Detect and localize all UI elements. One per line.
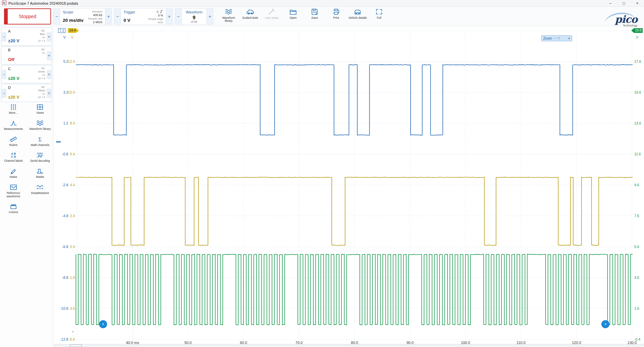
channel-c-increase-button[interactable]: +: [47, 70, 51, 79]
sidebar-tool-masks[interactable]: Masks: [28, 167, 52, 179]
trigger-decrease-button[interactable]: −: [114, 8, 121, 24]
channel-meta-line: DC: [38, 29, 45, 33]
channel-d-decrease-button[interactable]: −: [2, 89, 6, 98]
channel-meta-line: x1: [38, 73, 45, 77]
pan-left-button[interactable]: ‹: [99, 320, 107, 328]
channel-range[interactable]: ±20 V: [8, 95, 19, 100]
waveform-view[interactable]: 40.0 ms50.060.070.080.090.0100.0110.0120…: [53, 26, 644, 347]
trigger-percent[interactable]: 0 %: [148, 14, 163, 17]
sidebar-tool-actions[interactable]: Actions: [1, 203, 26, 214]
zoom-overlay-toolbar: Zoom – □ ×: [541, 35, 572, 41]
horizontal-scrollbar[interactable]: [53, 344, 644, 347]
zoom-close-icon[interactable]: ×: [568, 36, 570, 40]
channel-a-axis-tag[interactable]: 7.2: [58, 28, 65, 33]
window-title: PicoScope 7 Automotive 20240918.psdata: [8, 1, 78, 5]
toolbar-button-vehicle-details[interactable]: Vehicle details: [347, 7, 368, 26]
measurements-icon: [10, 119, 17, 127]
sidebar-tool-deepmeasure[interactable]: DeepMeasure: [28, 184, 52, 198]
serial-decoding-icon: 1101: [36, 151, 44, 159]
waveform-label: Waveform: [182, 10, 206, 14]
sidebar-tool-notes[interactable]: Notes: [1, 167, 26, 179]
zoom-window-icon[interactable]: □: [558, 37, 560, 40]
waveform-next-button[interactable]: +: [206, 8, 213, 24]
trigger-mode[interactable]: Simple edge: [148, 17, 163, 21]
channel-a-trace: [76, 64, 633, 135]
channel-meta-line: Green: [38, 70, 45, 73]
pan-right-button[interactable]: ›: [601, 320, 609, 328]
channel-c-decrease-button[interactable]: −: [2, 70, 6, 79]
channel-d-panel[interactable]: −D±20 VDCYellowx112 + 4+: [1, 84, 52, 102]
sidebar-tool-channel-labels[interactable]: A BC DChannel labels: [1, 151, 26, 163]
channel-range[interactable]: ±20 V: [8, 76, 19, 81]
toolbar-button-full[interactable]: Full: [368, 7, 390, 26]
channel-range[interactable]: Off: [8, 57, 14, 62]
channel-range[interactable]: ±20 V: [8, 38, 19, 43]
channel-meta: DCBluex112 + 3: [38, 29, 45, 43]
masks-icon: [36, 167, 44, 175]
stopped-button[interactable]: Stopped: [4, 8, 51, 24]
waveform-previous-button[interactable]: −: [175, 8, 182, 24]
y-axis-tick-label: -8.8: [62, 276, 68, 280]
trigger-label: Trigger: [124, 10, 135, 14]
toolbar-button-print[interactable]: Print: [325, 7, 347, 26]
zoom-minimize-icon[interactable]: –: [554, 37, 556, 40]
sample-rate-value[interactable]: 2 MS/s: [88, 20, 102, 24]
picoscope-app: PicoScope 7 Automotive 20240918.psdata –…: [0, 0, 644, 347]
channel-c-panel[interactable]: −C±20 VDCGreenx112 + 4+: [1, 65, 52, 83]
y-axis-tick-label: 2.4: [70, 214, 75, 218]
sidebar-tool-reference-waveforms[interactable]: Reference waveforms: [1, 184, 26, 198]
waveform-number[interactable]: 9: [182, 14, 206, 20]
waveform-plot[interactable]: 40.0 ms50.060.070.080.090.0100.0110.0120…: [53, 26, 644, 347]
trigger-level-value[interactable]: 0 V: [124, 18, 135, 23]
y-axis-tick-label: 9.6: [634, 183, 639, 187]
trigger-auto-mode[interactable]: Auto: [148, 21, 163, 24]
channel-d-increase-button[interactable]: +: [47, 89, 51, 98]
y-axis-tick-label: 12.4: [68, 59, 75, 63]
waves-icon: [225, 7, 233, 15]
sidebar-tool-waveform-library[interactable]: Waveform library: [28, 119, 52, 131]
titlebar: PicoScope 7 Automotive 20240918.psdata –…: [0, 0, 644, 7]
sidebar-tool-views[interactable]: Views: [28, 103, 52, 115]
app-icon: [2, 1, 6, 6]
sidebar-tool-math-channels[interactable]: ΣMath channels: [28, 136, 52, 147]
scope-increase-button[interactable]: +: [105, 8, 112, 24]
sidebar-tool-rulers[interactable]: Rulers: [1, 136, 26, 147]
channel-a-panel[interactable]: −A±20 VDCBluex112 + 3+: [1, 28, 52, 46]
toolbar-button-guided-tests[interactable]: Guided tests: [239, 7, 261, 26]
rulers-icon: [10, 136, 17, 143]
notes-icon: [10, 167, 17, 175]
close-icon[interactable]: ×: [631, 0, 644, 7]
sidebar-tool-measurements[interactable]: Measurements: [1, 119, 26, 131]
samples-value[interactable]: 400 kS: [88, 13, 102, 17]
svg-text:C D: C D: [11, 155, 16, 158]
y-axis-tick-label: 13.6: [634, 121, 641, 125]
y-axis-tick-label: 11.6: [634, 152, 641, 156]
save-icon: [311, 7, 319, 15]
channel-b-panel[interactable]: BOffDCx1+: [1, 46, 52, 64]
minimize-icon[interactable]: –: [604, 0, 617, 7]
trigger-source-channel[interactable]: C: [157, 10, 159, 14]
channel-panels: −A±20 VDCBluex112 + 3+BOffDCx1+−C±20 VDC…: [0, 28, 53, 103]
samples-label: Samples: [88, 10, 102, 13]
trigger-increase-button[interactable]: +: [166, 8, 173, 24]
scope-timebase-value[interactable]: 20 ms/div: [63, 18, 84, 23]
window-controls: – □ ×: [604, 0, 644, 7]
y-axis-unit: V: [63, 35, 65, 39]
scope-decrease-button[interactable]: −: [53, 8, 60, 24]
y-axis-tick-label: 0.4: [70, 245, 75, 249]
channel-a-increase-button[interactable]: +: [47, 32, 51, 42]
maximize-icon[interactable]: □: [617, 0, 631, 7]
toolbar-button-open[interactable]: Open: [282, 7, 304, 26]
y-axis-tick-label: 8.4: [70, 121, 75, 125]
sidebar-tool-more[interactable]: More...: [1, 103, 26, 115]
toolbar-button-save[interactable]: Save: [304, 7, 325, 26]
collapse-panel-icon[interactable]: ‹: [72, 329, 74, 334]
toolbar-button-waveform-library[interactable]: Waveform library: [218, 7, 239, 26]
channel-meta-line: 12 + 4: [38, 96, 45, 99]
channel-a-decrease-button[interactable]: −: [2, 32, 6, 42]
sidebar-tool-serial-decoding[interactable]: 1101Serial decoding: [28, 151, 52, 163]
y-axis-tick-label: 5.2: [63, 59, 68, 63]
channel-b-increase-button[interactable]: +: [47, 51, 51, 60]
scrollbar-handle[interactable]: [70, 345, 82, 347]
toolbar-button-auto-setup[interactable]: Auto setup: [261, 7, 282, 26]
